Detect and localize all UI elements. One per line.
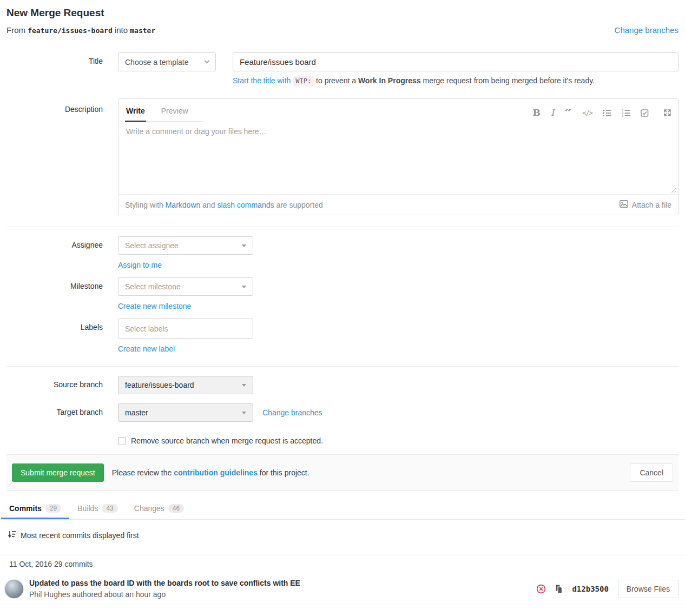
commits-sort-note: Most recent commits displayed first [0, 520, 685, 548]
milestone-dropdown[interactable]: Select milestone [118, 277, 253, 296]
caret-down-icon [242, 412, 246, 414]
branch-summary: From feature/issues-board into master Ch… [6, 25, 679, 35]
sort-note-text: Most recent commits displayed first [21, 531, 139, 540]
copy-sha-icon[interactable] [555, 585, 563, 593]
description-textarea[interactable] [118, 122, 678, 194]
commit-actions: d12b3500 Browse Files [536, 580, 679, 598]
tab-commits-label: Commits [9, 504, 42, 513]
slash-commands-link[interactable]: slash commands [217, 201, 274, 209]
commit-info: Updated to pass the board ID with the bo… [29, 578, 300, 600]
change-branches-link[interactable]: Change branches [262, 408, 322, 417]
code-icon[interactable]: </> [582, 110, 592, 116]
wip-hint-bold: Work In Progress [358, 76, 421, 85]
labels-row: Labels Create new label [6, 319, 679, 353]
italic-icon[interactable]: I [551, 108, 555, 117]
tab-changes[interactable]: Changes 46 [126, 498, 192, 519]
markdown-toolbar: B I ” </> 1 2 [532, 108, 671, 122]
attach-file-label: Attach a file [632, 201, 671, 209]
tab-changes-count: 46 [168, 504, 184, 513]
sort-icon [8, 531, 16, 540]
target-branch-dropdown[interactable]: master [118, 403, 253, 422]
styling-prefix: Styling with [125, 201, 163, 209]
remove-source-branch-label: Remove source branch when merge request … [131, 436, 323, 445]
mr-tabs: Commits 29 Builds 43 Changes 46 [0, 498, 685, 520]
tab-commits[interactable]: Commits 29 [1, 498, 69, 519]
source-branch-label: Source branch [6, 376, 118, 394]
tab-builds-label: Builds [77, 504, 98, 513]
section-divider [6, 227, 679, 227]
title-input[interactable] [233, 52, 679, 71]
bold-icon[interactable]: B [532, 108, 540, 117]
bullet-list-icon[interactable] [603, 109, 611, 117]
review-note: Please review the contribution guideline… [112, 468, 309, 477]
caret-down-icon [242, 384, 246, 387]
assign-to-me-link[interactable]: Assign to me [118, 261, 162, 269]
section-divider [6, 43, 679, 43]
styling-suffix: are supported [276, 201, 322, 209]
target-branch-label: Target branch [6, 403, 118, 445]
assignee-dropdown[interactable]: Select assignee [118, 236, 253, 255]
description-row: Description Write Preview B I ” </> [6, 98, 679, 215]
markdown-tabs: Write Preview [125, 102, 203, 122]
browse-files-button[interactable]: Browse Files [618, 580, 679, 598]
wip-hint-link[interactable]: Start the title with [233, 76, 291, 85]
styling-note: Styling with Markdown and slash commands… [125, 201, 323, 209]
remove-source-branch-checkbox[interactable] [118, 437, 126, 445]
wip-code: WIP: [293, 76, 314, 86]
task-list-icon[interactable] [641, 109, 649, 117]
avatar[interactable] [4, 579, 24, 599]
create-label-link[interactable]: Create new label [118, 345, 175, 353]
target-branch-value: master [125, 408, 148, 417]
milestone-label: Milestone [6, 277, 118, 310]
ci-status-failed-icon[interactable] [536, 584, 546, 594]
template-dropdown-label: Choose a template [125, 58, 189, 67]
review-suffix: for this project. [260, 468, 309, 477]
submit-merge-request-button[interactable]: Submit merge request [12, 463, 104, 482]
source-branch-dropdown[interactable]: feature/issues-board [118, 376, 253, 394]
description-label: Description [6, 98, 118, 215]
title-row: Title Choose a template Start the title … [6, 52, 679, 85]
source-branch-value: feature/issues-board [125, 381, 194, 389]
target-branch-name: master [130, 27, 155, 35]
page-title: New Merge Request [6, 7, 679, 19]
and-text: and [202, 201, 215, 209]
into-label: into [115, 25, 128, 35]
change-branches-link-top[interactable]: Change branches [615, 25, 679, 35]
wip-hint-rest: merge request from being merged before i… [423, 76, 595, 85]
commit-row: Updated to pass the board ID with the bo… [0, 573, 685, 605]
caret-down-icon [242, 244, 246, 247]
labels-input[interactable] [118, 319, 253, 339]
assignee-row: Assignee Select assignee Assign to me [6, 236, 679, 269]
markdown-link[interactable]: Markdown [166, 201, 201, 209]
assignee-label: Assignee [6, 236, 118, 269]
numbered-list-icon[interactable]: 1 2 3 [622, 109, 630, 117]
source-branch-name: feature/issues-board [28, 27, 113, 35]
tab-builds[interactable]: Builds 43 [69, 498, 126, 519]
fullscreen-icon[interactable] [663, 109, 671, 117]
create-milestone-link[interactable]: Create new milestone [118, 302, 191, 310]
labels-label: Labels [6, 319, 118, 353]
assignee-placeholder: Select assignee [125, 241, 179, 250]
review-prefix: Please review the [112, 468, 172, 477]
tab-changes-label: Changes [134, 504, 164, 513]
chevron-down-icon [205, 58, 210, 64]
attach-file-icon [620, 200, 628, 209]
commit-date-header: 11 Oct, 2016 29 commits [0, 555, 685, 573]
wip-hint: Start the title with WIP: to prevent a W… [233, 76, 679, 85]
commit-title-link[interactable]: Updated to pass the board ID with the bo… [29, 578, 300, 588]
quote-icon[interactable]: ” [565, 109, 572, 117]
cancel-button[interactable]: Cancel [630, 463, 673, 482]
preview-tab[interactable]: Preview [160, 102, 189, 122]
section-divider [6, 366, 679, 367]
caret-down-icon [242, 286, 246, 288]
source-branch-row: Source branch feature/issues-board [6, 376, 679, 394]
tab-builds-count: 43 [102, 504, 117, 513]
contribution-guidelines-link[interactable]: contribution guidelines [174, 468, 258, 477]
title-label: Title [6, 52, 118, 85]
commit-sha-link[interactable]: d12b3500 [572, 585, 608, 593]
write-tab[interactable]: Write [125, 102, 146, 122]
branch-summary-text: From feature/issues-board into master [6, 25, 155, 35]
attach-file-button[interactable]: Attach a file [620, 200, 671, 209]
from-label: From [6, 25, 25, 35]
template-dropdown[interactable]: Choose a template [118, 52, 216, 71]
